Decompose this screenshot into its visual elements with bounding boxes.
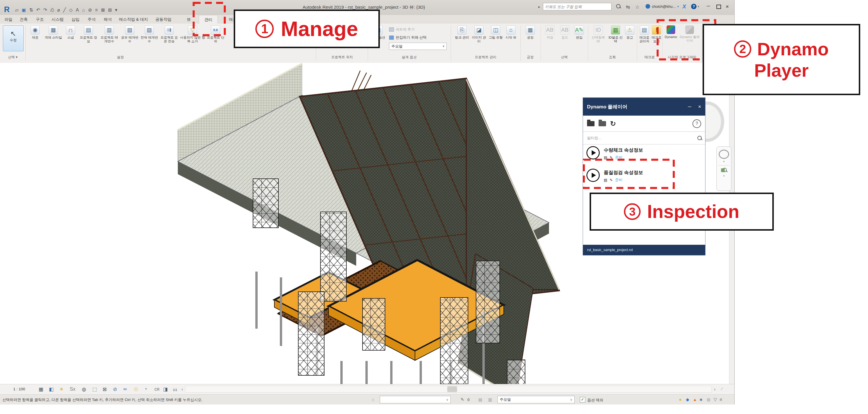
script-item-quantity-check[interactable]: 수량체크 속성정보 ▤ ✎ 준비 <box>583 144 705 166</box>
signin-user[interactable]: choich@khu... ▾ <box>646 4 679 9</box>
close-button[interactable]: × <box>726 3 729 10</box>
reveal-hidden-icon[interactable]: ☉ <box>134 386 138 392</box>
user-dropdown-icon[interactable]: ▾ <box>678 5 679 8</box>
materials-button[interactable]: ◉재료 <box>27 25 43 54</box>
macro-manager-button[interactable]: ▤매크로 관리자 <box>638 25 651 54</box>
help-icon[interactable]: ? <box>691 4 696 9</box>
full-navigation-wheel-icon[interactable] <box>719 150 729 159</box>
edit-script-icon[interactable]: ✎ <box>610 178 613 182</box>
active-design-option-statusbar-dropdown[interactable]: 주모델∨ <box>497 396 575 403</box>
select-pinned-icon[interactable]: ▲ <box>693 397 697 402</box>
edit-inputs-icon[interactable]: ▤ <box>604 178 607 182</box>
save-icon[interactable]: ▣ <box>22 7 26 13</box>
refresh-icon[interactable]: ↻ <box>610 120 616 127</box>
crop-view-icon[interactable]: ⬚ <box>92 386 97 392</box>
selection-edit-button[interactable]: A✎편집 <box>573 25 586 54</box>
visual-style-icon[interactable]: ◧ <box>49 386 54 392</box>
select-underlay-icon[interactable]: ◆ <box>686 397 689 402</box>
close-hidden-icon[interactable]: ⊠ <box>101 7 104 13</box>
worksets-dialog-icon[interactable]: ▤ <box>478 397 482 402</box>
infocenter-collapse-icon[interactable]: ▸ <box>538 5 540 9</box>
text-icon[interactable]: A <box>76 7 79 13</box>
warnings-button[interactable]: ⚠경고 <box>624 25 636 54</box>
starting-view-button[interactable]: ⌂시작 뷰 <box>504 25 518 54</box>
drag-on-selection-icon[interactable]: ◍ <box>707 397 710 402</box>
design-options-dialog-icon[interactable]: ▥ <box>488 397 492 402</box>
dynamo-player-titlebar[interactable]: Dynamo 플레이어 ─ × <box>583 98 705 116</box>
select-panel-label[interactable]: 선택 ▾ <box>0 55 25 60</box>
view-scale-button[interactable]: 1 : 100 <box>13 387 25 391</box>
active-workset-dropdown[interactable]: ∨ <box>380 396 451 403</box>
shadows-icon[interactable]: Sx <box>70 386 75 392</box>
phases-button[interactable]: ▦공정 <box>523 25 538 54</box>
manage-images-button[interactable]: ◪이미지 관리 <box>471 25 487 54</box>
browse-folder-icon[interactable] <box>587 121 594 126</box>
crop-region-icon[interactable]: ⊠ <box>102 386 106 392</box>
hscroll-thumb[interactable] <box>447 386 457 392</box>
hscroll-left-arrow[interactable]: ‹ <box>182 387 183 391</box>
displacement-icon[interactable]: ◨ <box>163 386 168 392</box>
play-button[interactable] <box>586 146 600 159</box>
minimize-button[interactable]: ─ <box>707 3 710 9</box>
aligned-dimension-icon[interactable]: ╱ <box>63 7 66 13</box>
wheel-dropdown-icon[interactable]: ▾ <box>723 160 725 163</box>
tab-analyze[interactable]: 해석 <box>100 15 115 24</box>
help-dropdown-icon[interactable]: ▾ <box>698 5 699 8</box>
project-info-button[interactable]: ▤프로젝트 정보 <box>79 25 98 54</box>
tab-insert[interactable]: 삽입 <box>68 15 83 24</box>
rendering-dialog-icon[interactable]: ◍ <box>82 386 86 392</box>
shared-parameters-button[interactable]: ▧공유 매개변수 <box>120 25 139 54</box>
object-styles-button[interactable]: ▦객체 스타일 <box>44 25 62 54</box>
open-icon[interactable]: ▱ <box>15 7 19 13</box>
selection-save-button[interactable]: AB저장 <box>543 25 557 54</box>
panel-close-icon[interactable]: × <box>698 104 701 110</box>
edit-inputs-icon[interactable]: ▤ <box>604 155 607 160</box>
analytical-model-icon[interactable]: CR <box>154 387 159 391</box>
editable-only-icon[interactable]: ✎ <box>461 397 464 402</box>
tab-collaborate[interactable]: 공동작업 <box>152 15 175 24</box>
zoom-tool-icon[interactable] <box>721 168 727 173</box>
temporary-view-properties-icon[interactable]: ◔ <box>144 386 147 392</box>
temporary-hide-isolate-icon[interactable]: ∞ <box>123 386 127 392</box>
redo-icon[interactable]: ↷ <box>43 7 47 13</box>
add-to-set-button[interactable]: 세트에 추가 <box>389 27 415 32</box>
hscroll-right-arrow[interactable]: › <box>714 387 716 391</box>
snaps-button[interactable]: ∩스냅 <box>63 25 78 54</box>
sun-path-icon[interactable]: ☀ <box>59 386 64 392</box>
exchange-apps-icon[interactable]: ⇆ <box>626 4 630 10</box>
search-icon[interactable] <box>616 4 620 10</box>
active-design-option-dropdown[interactable]: 주모델▾ <box>389 43 447 50</box>
add-folder-icon[interactable] <box>598 121 606 126</box>
tab-annotate[interactable]: 주석 <box>84 15 99 24</box>
modify-button[interactable]: ↖ 수정 <box>3 25 24 51</box>
revit-logo[interactable]: R <box>4 5 10 14</box>
dynamo-help-icon[interactable]: ? <box>692 119 701 128</box>
global-parameters-button[interactable]: ▨전역 매개변수 <box>140 25 158 54</box>
tab-massing-site[interactable]: 매스작업 & 대지 <box>117 15 150 24</box>
ids-of-selection-button[interactable]: ID선택항목 ID <box>590 25 607 54</box>
dynamo-player-button[interactable]: Dynamo 플레이어 <box>680 25 700 54</box>
exclude-options-checkbox[interactable]: ✓ <box>580 397 585 403</box>
detail-level-icon[interactable]: ▦ <box>39 386 43 392</box>
play-button[interactable] <box>586 169 600 182</box>
switch-windows-icon[interactable]: ⊞ <box>108 7 112 13</box>
default-3d-view-icon[interactable]: ⌂ <box>82 7 85 13</box>
filter-input[interactable] <box>586 136 698 140</box>
panel-minimize-icon[interactable]: ─ <box>688 104 691 109</box>
tab-file[interactable]: 파일 <box>2 15 15 24</box>
script-item-quality-inspection[interactable]: 품질점검 속성정보 ▤ ✎ 준비 <box>583 167 705 188</box>
select-by-face-icon[interactable]: ■ <box>700 397 702 402</box>
edit-script-icon[interactable]: ✎ <box>610 155 613 160</box>
transfer-standards-button[interactable]: ⇉프로젝트 표준 전송 <box>160 25 179 54</box>
zoom-dropdown-icon[interactable]: ▾ <box>723 174 725 177</box>
reveal-constraints-icon[interactable]: ⚏ <box>173 386 177 392</box>
locked-3d-view-icon[interactable]: ⊘ <box>113 386 117 392</box>
select-links-icon[interactable]: ● <box>679 397 682 402</box>
tab-systems[interactable]: 시스템 <box>49 15 67 24</box>
print-icon[interactable]: ⎙ <box>51 7 54 13</box>
section-icon[interactable]: ⊘ <box>88 7 92 13</box>
dynamo-button[interactable]: Dynamo <box>663 25 678 54</box>
tab-view[interactable]: 뷰 <box>183 15 194 24</box>
measure-icon[interactable]: ⌀ <box>57 7 60 13</box>
tag-icon[interactable]: ◇ <box>69 7 73 13</box>
